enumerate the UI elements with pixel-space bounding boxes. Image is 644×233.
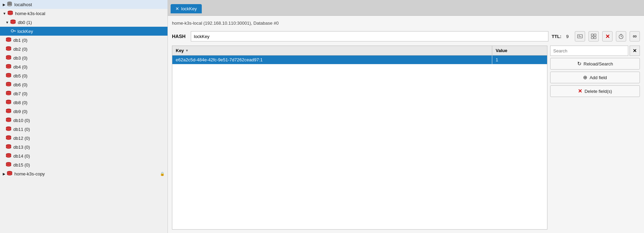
content-area: home-k3s-local (192.168.10.110:30001), D… (168, 16, 644, 233)
sidebar-item-label: db2 (0) (13, 47, 27, 52)
sidebar-item-label: home-k3s-local (15, 11, 45, 16)
server-icon (5, 153, 12, 158)
server-info: home-k3s-local (192.168.10.110:30001), D… (172, 19, 640, 27)
server-icon (5, 37, 12, 42)
col-value-header: Value (492, 46, 547, 55)
sidebar-item-label: db13 (0) (13, 145, 30, 150)
sidebar-item-db9[interactable]: db9 (0) (0, 107, 168, 116)
svg-rect-68 (591, 34, 593, 36)
ttl-label: TTL: (552, 34, 561, 39)
sidebar-item-db10[interactable]: db10 (0) (0, 116, 168, 125)
reload-label: Reload/Search (584, 61, 613, 66)
server-icon (5, 117, 12, 123)
view-button[interactable] (589, 31, 599, 41)
sidebar-item-db15[interactable]: db15 (0) (0, 160, 168, 169)
sidebar-item-label: db14 (0) (13, 154, 30, 159)
svg-point-22 (6, 49, 11, 50)
svg-point-49 (6, 129, 11, 131)
reload-search-button[interactable]: ↻ Reload/Search (550, 58, 640, 70)
col-key-label: Key (176, 48, 184, 53)
key-name-input[interactable] (191, 31, 548, 41)
svg-rect-69 (594, 34, 596, 36)
svg-point-6 (8, 5, 12, 6)
add-icon: ⊕ (583, 74, 587, 81)
svg-point-31 (6, 75, 11, 77)
tab-bar: ✕ lockKey (168, 0, 644, 16)
main-panel: ✕ lockKey home-k3s-local (192.168.10.110… (168, 0, 644, 233)
sidebar-item-db6[interactable]: db6 (0) (0, 80, 168, 89)
sidebar: ▶ localhost▼ home-k3s-local▼ db0 (1) loc… (0, 0, 168, 233)
delete-key-button[interactable]: ✕ (602, 31, 612, 41)
sidebar-item-db14[interactable]: db14 (0) (0, 151, 168, 160)
sidebar-item-db8[interactable]: db8 (0) (0, 98, 168, 107)
delete-label: Delete field(s) (584, 89, 612, 94)
add-label: Add field (590, 75, 607, 80)
sidebar-item-label: db12 (0) (13, 136, 30, 141)
sidebar-item-label: db6 (0) (13, 82, 27, 87)
delete-field-button[interactable]: ✕ Delete field(s) (550, 85, 640, 97)
sidebar-item-db0[interactable]: ▼ db0 (1) (0, 18, 168, 27)
svg-rect-71 (594, 37, 596, 39)
lockkey-tab[interactable]: ✕ lockKey (171, 4, 202, 13)
timer-icon (618, 34, 624, 39)
sidebar-item-db7[interactable]: db7 (0) (0, 89, 168, 98)
table-row[interactable]: e62a2c5d-484e-42fc-9e51-7d7262cead97:1 1 (172, 56, 547, 64)
reload-icon: ↻ (577, 61, 582, 67)
svg-point-25 (6, 58, 11, 59)
col-key-header[interactable]: Key ▼ (172, 46, 492, 55)
search-input[interactable] (550, 46, 628, 56)
key-editor-row: HASH TTL: 9 ✕ (172, 31, 640, 41)
svg-rect-70 (591, 37, 593, 39)
sidebar-item-lockKey[interactable]: lockKey (0, 27, 168, 36)
svg-point-55 (6, 147, 11, 148)
delete-icon: ✕ (578, 88, 582, 94)
add-field-button[interactable]: ⊕ Add field (550, 72, 640, 83)
svg-point-64 (7, 173, 12, 175)
key-item-icon (11, 29, 16, 33)
sidebar-item-db5[interactable]: db5 (0) (0, 71, 168, 80)
view-icon (591, 34, 596, 39)
server-icon (5, 144, 12, 149)
encode-icon (577, 34, 583, 39)
sidebar-item-db1[interactable]: db1 (0) (0, 36, 168, 45)
svg-point-9 (8, 13, 13, 15)
sidebar-item-db13[interactable]: db13 (0) (0, 143, 168, 151)
server-icon (5, 90, 12, 96)
svg-point-40 (6, 102, 11, 104)
server-icon (5, 73, 12, 78)
svg-point-46 (6, 120, 11, 122)
encode-button[interactable] (575, 31, 585, 41)
sidebar-item-label: db4 (0) (13, 64, 27, 70)
server-icon (5, 99, 12, 105)
svg-point-52 (6, 138, 11, 139)
search-row: ✕ (550, 46, 640, 56)
server-icon (10, 19, 16, 25)
sidebar-item-db11[interactable]: db11 (0) (0, 125, 168, 134)
key-type-label: HASH (172, 34, 187, 39)
sidebar-item-home-k3s-local[interactable]: ▼ home-k3s-local (0, 9, 168, 18)
no-expire-button[interactable]: ∞ (630, 31, 640, 41)
table-body: e62a2c5d-484e-42fc-9e51-7d7262cead97:1 1 (172, 56, 547, 64)
sidebar-item-label: db11 (0) (13, 127, 30, 132)
tab-close-icon[interactable]: ✕ (175, 6, 179, 11)
server-icon (7, 171, 13, 176)
sidebar-item-db4[interactable]: db4 (0) (0, 62, 168, 71)
svg-point-12 (11, 22, 15, 24)
timer-button[interactable] (616, 31, 626, 41)
cell-value: 1 (492, 56, 547, 64)
sidebar-item-label: db1 (0) (13, 38, 27, 43)
tab-label: lockKey (181, 6, 197, 11)
sidebar-item-label: localhost (14, 2, 32, 7)
col-value-label: Value (496, 48, 507, 53)
svg-point-37 (6, 93, 11, 95)
sidebar-item-localhost[interactable]: ▶ localhost (0, 0, 168, 9)
svg-point-28 (6, 66, 11, 68)
sidebar-item-db12[interactable]: db12 (0) (0, 134, 168, 143)
sidebar-item-home-k3s-copy[interactable]: ▶ home-k3s-copy🔒 (0, 169, 168, 178)
hash-table: Key ▼ Value e62a2c5d-484e-42fc-9e51-7d72… (172, 46, 547, 230)
search-clear-button[interactable]: ✕ (630, 46, 640, 56)
sidebar-item-db2[interactable]: db2 (0) (0, 45, 168, 53)
server-icon (5, 46, 12, 51)
sidebar-item-db3[interactable]: db3 (0) (0, 53, 168, 62)
sidebar-item-label: db10 (0) (13, 118, 30, 123)
